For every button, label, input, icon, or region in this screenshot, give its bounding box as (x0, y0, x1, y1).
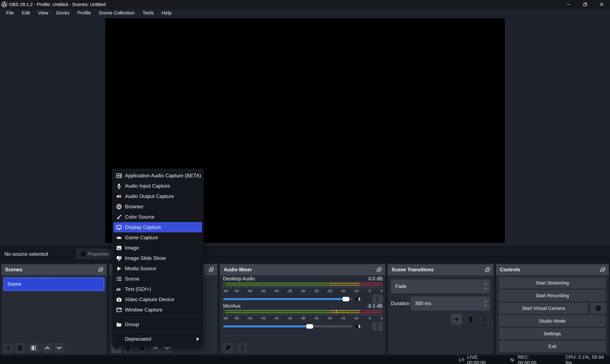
scene-list-item[interactable]: Scene (3, 277, 105, 291)
window-controls (560, 0, 610, 9)
channel-options-button[interactable] (372, 295, 383, 303)
move-scene-up-button[interactable] (42, 343, 53, 353)
duration-spinner[interactable] (481, 300, 490, 307)
popout-icon[interactable] (208, 267, 214, 273)
add-scene-button[interactable] (3, 343, 13, 353)
menu-tools[interactable]: Tools (138, 9, 158, 17)
menu-item-image[interactable]: Image (113, 243, 202, 253)
list-icon (116, 276, 122, 282)
menu-view[interactable]: View (34, 9, 52, 17)
menu-docks[interactable]: Docks (52, 9, 73, 17)
menu-item-group[interactable]: Group (113, 319, 202, 330)
meter-tick-labels: -60-55-50-45-40-35-30-25-20-15-10-50 (223, 316, 383, 320)
popout-icon[interactable] (485, 267, 490, 273)
audio-mixer-header: Audio Mixer (220, 264, 385, 275)
menu-item-text-gdi[interactable]: ab Text (GDI+) (113, 284, 202, 294)
menu-item-audio-output-capture[interactable]: Audio Output Capture (113, 191, 202, 201)
advanced-audio-properties-button[interactable] (223, 343, 233, 353)
popout-icon[interactable] (376, 267, 382, 273)
menu-item-display-capture[interactable]: Display Capture (113, 222, 202, 232)
virtual-camera-config-button[interactable] (590, 303, 606, 314)
combo-spinner[interactable] (481, 283, 490, 289)
transition-select[interactable]: Fade (391, 279, 490, 293)
popout-icon[interactable] (600, 267, 606, 273)
menu-item-deprecated[interactable]: Deprecated (113, 334, 202, 344)
channel-options-button[interactable] (372, 322, 383, 331)
meter-bar-right (225, 312, 383, 313)
speaker-mute-toggle-icon[interactable] (355, 296, 361, 302)
cpu-fps-stats: CPU: 0.1%, 59.94 fps (566, 354, 610, 364)
menu-separator (115, 317, 201, 317)
transition-options-button[interactable] (479, 314, 490, 325)
chevron-up-icon (484, 283, 488, 286)
volume-slider[interactable] (223, 325, 352, 327)
toolbar-separator (40, 344, 41, 352)
menu-help[interactable]: Help (158, 9, 176, 17)
app-audio-capture-icon (116, 172, 122, 179)
studio-mode-button[interactable]: Studio Mode (499, 315, 606, 327)
transition-buttons (451, 314, 490, 325)
menu-edit[interactable]: Edit (18, 9, 34, 17)
scenes-dock-header: Scenes (1, 264, 107, 275)
menu-item-window-capture[interactable]: Window Capture (113, 305, 202, 315)
meter-stub (223, 310, 225, 311)
mixer-options-button[interactable] (237, 343, 247, 353)
remove-transition-button[interactable] (465, 314, 476, 325)
live-time: LIVE: 00:00:00 (467, 354, 498, 364)
meter-stub (223, 283, 225, 284)
controls-title: Controls (500, 267, 520, 273)
menu-file[interactable]: File (2, 9, 18, 17)
add-source-menu: Application Audio Capture (BETA) Audio I… (112, 169, 203, 347)
menu-item-video-capture-device[interactable]: Video Capture Device (113, 294, 202, 305)
menu-profile[interactable]: Profile (73, 9, 95, 17)
start-recording-button[interactable]: Start Recording (499, 290, 606, 301)
performance-stats: CPU: 0.1%, 59.94 fps (566, 354, 610, 364)
obs-logo-icon (1, 1, 7, 7)
start-virtual-camera-button[interactable]: Start Virtual Camera (499, 303, 588, 314)
move-scene-down-button[interactable] (54, 343, 64, 353)
audio-mixer-title: Audio Mixer (224, 267, 252, 273)
start-streaming-button[interactable]: Start Streaming (499, 277, 606, 289)
duration-input[interactable]: 300 ms (411, 297, 490, 311)
exit-button[interactable]: Exit (499, 341, 606, 352)
menu-item-image-slide-show[interactable]: Image Slide Show (113, 253, 202, 263)
menu-item-browser[interactable]: Browser (113, 201, 202, 212)
scenes-dock: Scenes Scene (1, 264, 107, 354)
restore-button[interactable] (577, 0, 594, 9)
volume-slider[interactable] (223, 298, 352, 300)
speaker-icon (116, 193, 122, 200)
title-bar: OBS 29.1.2 - Profile: Untitled - Scenes:… (0, 0, 610, 9)
remove-scene-button[interactable] (15, 343, 25, 353)
folder-icon (116, 321, 122, 328)
scene-transitions-header: Scene Transitions (388, 264, 494, 275)
menu-scene-collection[interactable]: Scene Collection (95, 9, 138, 17)
meter-bar-right (225, 285, 383, 286)
minimize-button[interactable] (560, 0, 577, 9)
volume-meter: -60-55-50-45-40-35-30-25-20-15-10-50 (223, 310, 383, 320)
chevron-up-icon (484, 300, 488, 303)
slider-handle[interactable] (306, 324, 313, 329)
slider-handle[interactable] (343, 297, 349, 301)
menu-item-audio-input-capture[interactable]: Audio Input Capture (113, 181, 202, 191)
speaker-mute-toggle-icon[interactable] (355, 323, 361, 330)
menu-item-media-source[interactable]: Media Source (113, 263, 202, 274)
obs-window: { "window": { "title": "OBS 29.1.2 - Pro… (0, 0, 610, 364)
rec-status: REC: 00:00:00 (509, 354, 548, 364)
close-button[interactable] (594, 0, 610, 9)
popout-icon[interactable] (98, 267, 104, 273)
add-transition-button[interactable] (451, 314, 462, 325)
scene-filters-button[interactable] (29, 343, 39, 353)
slider-fill (223, 325, 310, 327)
mixer-channel-desktop-audio: Desktop Audio 0.0 dB -60-55-50-45-40-35-… (223, 276, 383, 303)
menu-item-scene[interactable]: Scene (113, 274, 202, 284)
menu-item-game-capture[interactable]: Game Capture (113, 232, 202, 243)
meter-ruler (223, 287, 383, 288)
meter-peak-indicator (336, 310, 337, 313)
menu-item-app-audio-capture[interactable]: Application Audio Capture (BETA) (113, 170, 202, 181)
brush-icon (116, 214, 122, 220)
menu-item-color-source[interactable]: Color Source (113, 212, 202, 222)
properties-label: Properties (88, 251, 109, 257)
properties-button[interactable]: Properties (76, 248, 113, 260)
chevron-down-icon (484, 287, 488, 289)
settings-button[interactable]: Settings (499, 328, 606, 339)
